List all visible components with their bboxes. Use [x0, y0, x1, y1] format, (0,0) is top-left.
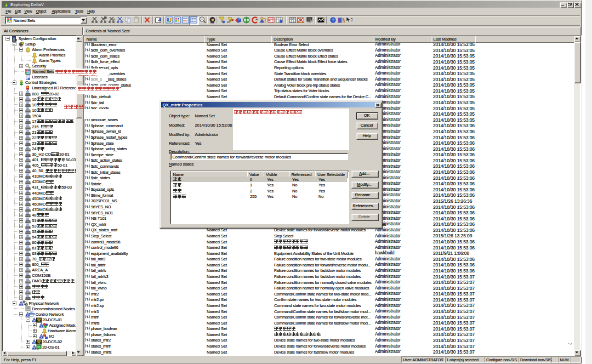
svg-text:?: ?: [332, 18, 334, 22]
svg-text:?: ?: [351, 17, 353, 22]
svg-text:?: ?: [38, 341, 40, 344]
svg-text:?: ?: [38, 319, 40, 322]
